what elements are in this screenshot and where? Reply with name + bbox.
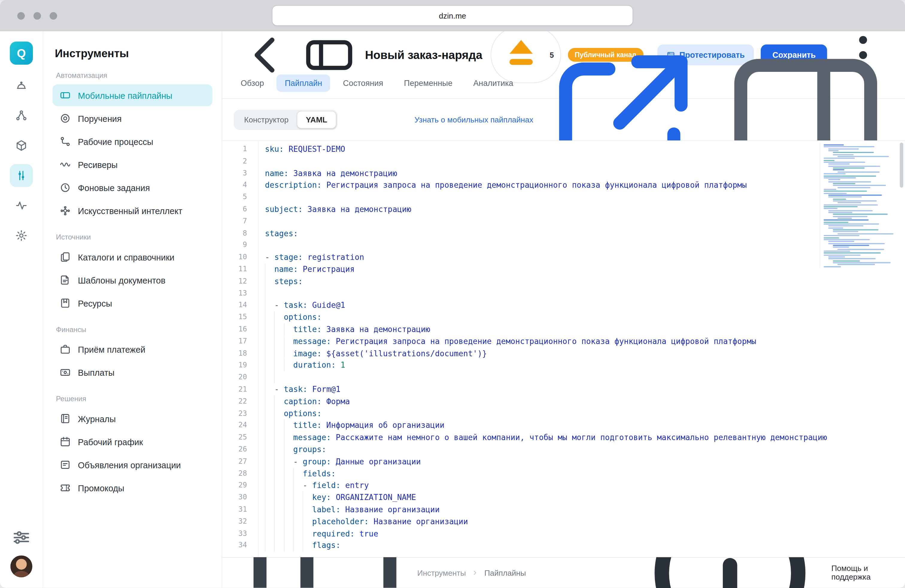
indent-guide: [265, 407, 275, 420]
sidebar-item-label: Поручения: [78, 113, 122, 123]
sidebar-item[interactable]: Фоновые задания: [52, 176, 212, 199]
indent-guide: [275, 431, 284, 443]
indent-guide: [303, 504, 312, 516]
segment-option[interactable]: Конструктор: [235, 111, 297, 128]
window-close-button[interactable]: [17, 12, 25, 19]
indent-guide: [275, 335, 284, 347]
breadcrumb-item[interactable]: Инструменты: [417, 569, 466, 577]
app-rail: Q: [0, 31, 43, 588]
sidebar-item[interactable]: Объявления организации: [52, 454, 212, 476]
breadcrumb: ИнструментыПайплайны: [417, 569, 526, 577]
editor-scrollbar-thumb[interactable]: [900, 143, 903, 188]
indent-guide: [265, 420, 275, 431]
code-text: name: Регистрация: [247, 263, 355, 275]
breadcrumb-item[interactable]: Пайплайны: [484, 569, 526, 577]
indent-guide: [284, 539, 293, 551]
line-number: 20: [222, 371, 247, 383]
code-text: description: Регистрация запроса на пров…: [247, 180, 747, 191]
code-line: 25message: Расскажите нам немного о ваше…: [222, 431, 905, 443]
sidebar-item[interactable]: Ресурсы: [52, 292, 212, 314]
sidebar-item[interactable]: Приём платежей: [52, 338, 212, 360]
window-zoom-button[interactable]: [50, 12, 57, 19]
code-line: 14- task: Guide@1: [222, 299, 905, 311]
sidebar-item-label: Мобильные пайплайны: [78, 91, 172, 100]
address-bar-url: dzin.me: [439, 11, 466, 20]
yaml-editor[interactable]: 1sku: REQUEST-DEMO23name: Заявка на демо…: [222, 140, 905, 558]
sidebar-item[interactable]: Каталоги и справочники: [52, 246, 212, 268]
app-logo[interactable]: Q: [10, 41, 33, 65]
rail-service-bell-button[interactable]: [10, 74, 33, 97]
code-line: 7: [222, 215, 905, 227]
indent-guide: [284, 431, 293, 443]
chevron-right-icon: [472, 569, 478, 576]
activity-icon: [15, 199, 27, 212]
sidebar-item[interactable]: Рабочий график: [52, 431, 212, 453]
rail-filters-button[interactable]: [11, 528, 32, 548]
sidebar-title: Инструменты: [55, 47, 210, 60]
indent-guide: [275, 407, 284, 420]
sidebar-item[interactable]: Ресиверы: [52, 154, 212, 175]
rail-activity-button[interactable]: [10, 194, 33, 217]
tab[interactable]: Пайплайн: [277, 75, 330, 92]
code-text: flags:: [247, 539, 340, 551]
code-text: name: Заявка на демонстрацию: [247, 167, 397, 180]
indent-guide: [265, 311, 275, 323]
line-number: 29: [222, 479, 247, 491]
sidebar-item[interactable]: Искусственный интеллект: [52, 200, 212, 222]
promo-icon: [60, 482, 71, 494]
window-minimize-button[interactable]: [33, 12, 41, 19]
indent-guide: [275, 455, 284, 467]
indent-guide: [284, 479, 293, 491]
browser-window: dzin.me Q Инструменты АвтоматизацияМобил…: [0, 0, 905, 588]
code-text: steps:: [247, 275, 303, 287]
code-text: - field: entry: [247, 479, 369, 491]
code-line: 10- stage: registration: [222, 251, 905, 263]
code-line: 17message: Регистрация запроса на провед…: [222, 335, 905, 347]
sidebar-item[interactable]: Мобильные пайплайны: [52, 84, 212, 106]
editor-minimap[interactable]: [820, 143, 897, 268]
sidebar-item[interactable]: Выплаты: [52, 361, 212, 383]
sidebar-item[interactable]: Промокоды: [52, 477, 212, 499]
indent-guide: [275, 371, 284, 383]
gear-icon: [15, 229, 27, 242]
rail-rail-pipelines-button[interactable]: [10, 164, 33, 187]
sidebar-item-label: Журналы: [78, 414, 116, 424]
sidebar-item-label: Рабочий график: [78, 437, 143, 447]
line-number: 22: [222, 396, 247, 407]
indent-guide: [265, 467, 275, 479]
code-text: message: Расскажите нам немного о вашей …: [247, 431, 827, 443]
line-number: 3: [222, 167, 247, 180]
tab[interactable]: Состояния: [335, 75, 391, 92]
line-number: 21: [222, 383, 247, 395]
line-number: 9: [222, 239, 247, 251]
indent-guide: [284, 359, 293, 371]
indent-guide: [284, 467, 293, 479]
wave-icon: [60, 159, 71, 170]
address-bar[interactable]: dzin.me: [272, 6, 632, 25]
indent-guide: [265, 323, 275, 335]
code-line: 1sku: REQUEST-DEMO: [222, 143, 905, 155]
code-text: required: true: [247, 528, 378, 539]
sidebar-item[interactable]: Рабочие процессы: [52, 130, 212, 153]
segment-option[interactable]: YAML: [297, 111, 336, 128]
sidebar-item[interactable]: Журналы: [52, 408, 212, 430]
line-number: 5: [222, 191, 247, 203]
code-text: image: ${asset('illustrations/document')…: [247, 347, 487, 359]
workflow-icon: [60, 136, 71, 147]
rail-package-button[interactable]: [10, 134, 33, 157]
indent-guide: [293, 491, 303, 503]
indent-guide: [284, 443, 293, 455]
code-text: - group: Данные организации: [247, 455, 421, 467]
sidebar-item[interactable]: Шаблоны документов: [52, 269, 212, 291]
code-text: [247, 155, 265, 167]
tab[interactable]: Обзор: [233, 75, 272, 92]
rail-org-structure-button[interactable]: [10, 104, 33, 127]
user-avatar[interactable]: [11, 556, 32, 577]
rail-gear-button[interactable]: [10, 224, 33, 247]
sidebar-item-label: Выплаты: [78, 368, 114, 378]
catalog-icon: [60, 251, 71, 263]
code-text: options:: [247, 407, 321, 420]
code-text: [247, 288, 274, 299]
sidebar-item[interactable]: Поручения: [52, 108, 212, 129]
line-number: 2: [222, 155, 247, 167]
